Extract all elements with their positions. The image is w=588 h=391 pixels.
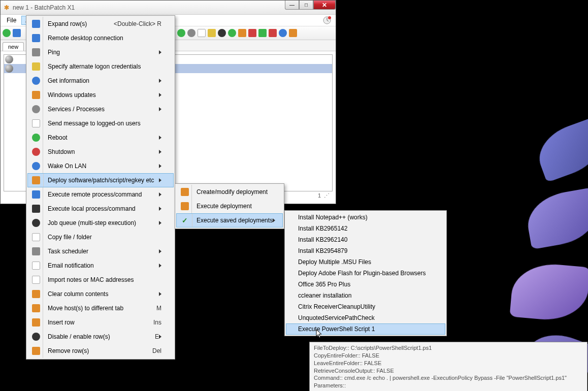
toolbar-icon[interactable] — [258, 29, 267, 37]
host-icon — [5, 64, 13, 73]
toolbar-icon[interactable] — [218, 29, 226, 37]
gear-icon — [32, 105, 40, 113]
menu-item[interactable]: Email notification — [27, 258, 174, 273]
menu-item[interactable]: Remote desktop connection — [27, 31, 174, 45]
menu-item[interactable]: ✓Execute saved deployments — [176, 213, 283, 227]
menu-item[interactable]: Clear column contents — [27, 287, 174, 301]
disable-icon — [32, 333, 40, 341]
toolbar-icon[interactable] — [269, 29, 277, 37]
menu-item[interactable]: Services / Processes — [27, 102, 174, 116]
message-icon — [32, 119, 40, 127]
toolbar-icon[interactable] — [177, 29, 185, 37]
menu-item[interactable]: Wake On LAN — [27, 159, 174, 173]
menu-item[interactable]: Execute PowerShell Script 1 — [286, 323, 445, 335]
toolbar-icon[interactable] — [3, 29, 11, 37]
menu-item[interactable]: Execute local process/command — [27, 202, 174, 216]
menu-item-shortcut: M — [146, 305, 161, 312]
menu-item[interactable]: Reboot — [27, 131, 174, 145]
remove-icon — [32, 347, 40, 355]
lock-icon — [32, 62, 40, 71]
menu-item-shortcut: Ins — [143, 319, 161, 326]
submenu-arrow-icon — [273, 218, 275, 222]
windows-update-icon — [32, 91, 40, 99]
menu-item[interactable]: Specify alternate logon credentials — [27, 59, 174, 74]
resize-grip-icon[interactable]: ⋰ — [324, 192, 330, 199]
submenu-arrow-icon — [159, 50, 161, 54]
minimize-button[interactable]: — — [285, 1, 299, 10]
menu-item-label: ccleaner installation — [293, 292, 433, 299]
menu-item[interactable]: Create/modify deployment — [176, 185, 283, 199]
menu-item-label: Remove row(s) — [43, 347, 142, 354]
menu-item-label: Get information — [43, 77, 159, 84]
menu-file[interactable]: File — [3, 16, 20, 25]
clock-icon[interactable] — [322, 16, 332, 25]
menu-item-label: Execute saved deployments — [191, 217, 273, 224]
menu-item-label: Execute remote process/command — [43, 191, 159, 198]
toolbar-icon[interactable] — [238, 29, 246, 37]
menu-item[interactable]: Execute remote process/command — [27, 187, 174, 202]
menu-item[interactable]: Install KB2962140 — [286, 234, 445, 245]
menu-item-shortcut: Del — [142, 347, 161, 354]
menu-item-label: Deploy Adobe Flash for Plugin-based Brow… — [293, 270, 433, 277]
toolbar-icon[interactable] — [13, 29, 21, 37]
menu-item[interactable]: ccleaner installation — [286, 290, 445, 301]
tab-new[interactable]: new — [3, 42, 24, 51]
svg-point-1 — [328, 16, 331, 19]
maximize-button[interactable]: □ — [299, 1, 313, 10]
tooltip-line: Parameters:: — [314, 382, 583, 389]
menu-item[interactable]: Remove row(s)Del — [27, 344, 174, 358]
execute-icon — [181, 202, 189, 210]
import-icon — [32, 276, 40, 284]
menu-item-label: Ping — [43, 49, 159, 56]
titlebar[interactable]: ✱ new 1 - BatchPatch X1 — □ ✕ — [1, 1, 336, 15]
toolbar-icon[interactable] — [228, 29, 236, 37]
menu-item-label: Deploy software/patch/script/regkey etc — [43, 177, 159, 184]
toolbar-icon[interactable] — [289, 29, 297, 37]
menu-item[interactable]: Windows updates — [27, 88, 174, 102]
menu-item-label: Job queue (multi-step execution) — [43, 219, 159, 226]
menu-item[interactable]: Ping — [27, 45, 174, 59]
menu-item[interactable]: Insert rowIns — [27, 315, 174, 330]
menu-item-label: Reboot — [43, 134, 159, 141]
tooltip-line: CopyEntireFolder:: FALSE — [314, 352, 583, 360]
menu-item-label: Email notification — [43, 262, 159, 269]
menu-item[interactable]: Execute deployment — [176, 199, 283, 213]
menu-item[interactable]: UnquotedServicePathCheck — [286, 312, 445, 323]
menu-item[interactable]: Deploy Adobe Flash for Plugin-based Brow… — [286, 268, 445, 279]
menu-item-label: Send message to logged-on users — [43, 120, 161, 127]
toolbar-icon[interactable] — [248, 29, 256, 37]
menu-item[interactable]: Get information — [27, 74, 174, 88]
menu-item[interactable]: Install KB2954879 — [286, 245, 445, 256]
menu-item[interactable]: Import notes or MAC addresses — [27, 273, 174, 287]
toolbar-icon[interactable] — [187, 29, 195, 37]
deploy-icon — [32, 176, 40, 184]
menu-item[interactable]: Citrix ReceiverCleanupUtility — [286, 301, 445, 312]
toolbar-icon[interactable] — [208, 29, 216, 37]
menu-item[interactable]: Install KB2965142 — [286, 223, 445, 234]
menu-item[interactable]: Move host(s) to different tabM — [27, 301, 174, 315]
menu-item[interactable]: Expand row(s)<Double-Click> R — [27, 17, 174, 31]
menu-item[interactable]: Copy file / folder — [27, 230, 174, 244]
submenu-arrow-icon — [159, 93, 161, 97]
menu-item[interactable]: Deploy Multiple .MSU Files — [286, 256, 445, 268]
copy-icon — [32, 233, 40, 241]
decoration-petal — [532, 117, 588, 182]
menu-item[interactable]: Install Notepad++ (works) — [286, 212, 445, 223]
close-button[interactable]: ✕ — [313, 1, 336, 10]
menu-item[interactable]: Disable / enable row(s)E — [27, 330, 174, 344]
toolbar-icon[interactable] — [279, 29, 287, 37]
deploy-submenu: Create/modify deploymentExecute deployme… — [175, 183, 284, 229]
menu-item[interactable]: Shutdown — [27, 145, 174, 159]
menu-item[interactable]: Send message to logged-on users — [27, 116, 174, 131]
menu-item-label: Services / Processes — [43, 106, 159, 113]
menu-item-label: Disable / enable row(s) — [43, 333, 145, 340]
tooltip-line: RetrieveConsoleOutput:: FALSE — [314, 367, 583, 375]
menu-item-label: Shutdown — [43, 148, 159, 155]
menu-item[interactable]: Job queue (multi-step execution) — [27, 216, 174, 230]
toolbar-icon[interactable] — [198, 29, 206, 37]
menu-item[interactable]: Deploy software/patch/script/regkey etc — [27, 173, 174, 187]
saved-deployments-submenu: Install Notepad++ (works)Install KB29651… — [284, 210, 447, 336]
menu-item[interactable]: Office 365 Pro Plus — [286, 279, 445, 290]
menu-item[interactable]: Task scheduler — [27, 244, 174, 258]
menu-item-label: Install KB2962140 — [293, 236, 433, 243]
